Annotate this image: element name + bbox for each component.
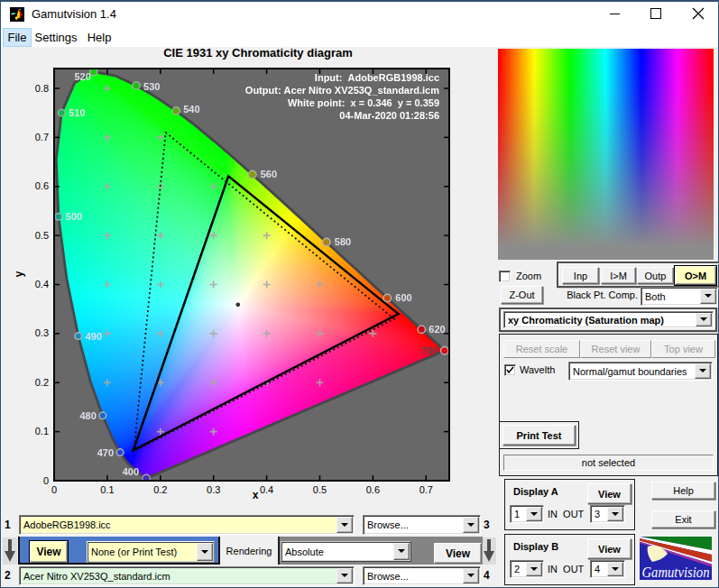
svg-text:Gamutvision: Gamutvision <box>642 565 710 580</box>
